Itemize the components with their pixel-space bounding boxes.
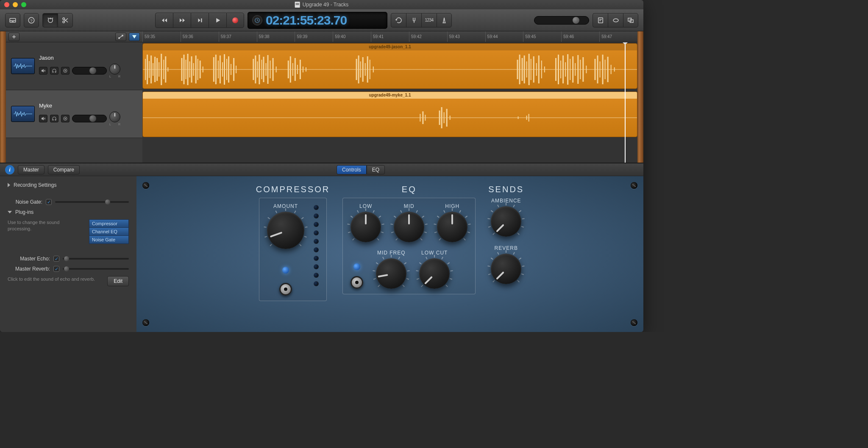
compare-button[interactable]: Compare xyxy=(48,165,80,174)
playhead-catch-icon xyxy=(131,34,137,39)
track-pan-knob[interactable] xyxy=(109,64,120,75)
note-icon xyxy=(597,17,604,24)
smart-controls-button[interactable] xyxy=(42,13,58,28)
svg-rect-55 xyxy=(255,55,256,83)
screw-icon xyxy=(631,182,637,189)
eq-mid-knob[interactable] xyxy=(394,212,424,242)
noise-gate-checkbox[interactable]: ✓ xyxy=(46,199,52,205)
metronome-button[interactable] xyxy=(437,13,452,28)
eq-high-knob[interactable] xyxy=(437,212,467,242)
eq-led xyxy=(353,263,360,270)
input-monitor-button[interactable] xyxy=(61,67,70,75)
recording-settings-disclosure[interactable]: Recording Settings xyxy=(8,182,129,188)
svg-rect-78 xyxy=(367,56,368,83)
eq-low-knob[interactable] xyxy=(351,212,381,242)
track-header-jason[interactable]: Jason LR xyxy=(6,42,142,90)
ambience-knob[interactable] xyxy=(491,206,521,237)
master-echo-checkbox[interactable]: ✓ xyxy=(53,256,59,262)
svg-rect-90 xyxy=(538,55,540,83)
tab-eq[interactable]: EQ xyxy=(367,165,385,174)
lcd-display[interactable]: 02:21:55:23.70 xyxy=(248,12,387,29)
automation-view-button[interactable] xyxy=(115,33,126,41)
svg-rect-27 xyxy=(159,62,159,77)
input-monitor-button[interactable] xyxy=(61,115,70,122)
timeline[interactable]: 59:3559:3659:3759:3859:3959:4059:4159:42… xyxy=(142,31,637,163)
add-track-button[interactable]: ＋ xyxy=(8,33,19,41)
inspector-toggle-button[interactable]: i xyxy=(5,165,14,174)
eq-midfreq-knob[interactable] xyxy=(376,258,406,289)
notepad-button[interactable] xyxy=(593,13,608,28)
track-pan-knob[interactable] xyxy=(109,111,120,122)
lcd-time[interactable]: 02:21:55:23.70 xyxy=(266,13,347,28)
svg-rect-67 xyxy=(292,63,293,76)
rewind-button[interactable] xyxy=(155,13,173,28)
svg-rect-104 xyxy=(582,57,584,82)
solo-button[interactable] xyxy=(50,67,58,75)
svg-rect-77 xyxy=(365,63,366,76)
plugin-channel-eq[interactable]: Channel EQ xyxy=(89,228,128,236)
svg-rect-106 xyxy=(594,59,595,80)
lcd-mode-button[interactable] xyxy=(252,15,262,25)
mute-button[interactable] xyxy=(39,115,47,122)
quick-help-button[interactable]: ? xyxy=(24,13,39,28)
ruler-tick: 59:38 xyxy=(257,31,295,42)
go-to-end-button[interactable] xyxy=(191,13,209,28)
master-volume-slider[interactable] xyxy=(534,16,589,25)
catch-playhead-button[interactable] xyxy=(129,33,140,41)
compressor-amount-knob[interactable]: .knob-body::after{transform:translateX(-… xyxy=(267,212,304,249)
app-window: Upgrade 49 - Tracks ? 02:21:55:23.70 123… xyxy=(0,0,643,332)
ruler-tick: 59:44 xyxy=(485,31,523,42)
svg-rect-40 xyxy=(198,59,198,80)
ruler-tick: 59:46 xyxy=(561,31,599,42)
region-myke[interactable]: upgrade49-myke_1.1 xyxy=(142,91,637,137)
media-browser-button[interactable] xyxy=(623,13,638,28)
forward-button[interactable] xyxy=(173,13,191,28)
track-volume-slider[interactable] xyxy=(72,67,107,75)
time-ruler[interactable]: 59:3559:3659:3759:3859:3959:4059:4159:42… xyxy=(142,31,637,42)
master-echo-slider[interactable] xyxy=(63,258,129,260)
ruler-tick: 59:40 xyxy=(333,31,371,42)
close-window-button[interactable] xyxy=(4,2,9,7)
tuner-button[interactable] xyxy=(406,13,421,28)
loops-button[interactable] xyxy=(608,13,623,28)
track-header-myke[interactable]: Myke LR xyxy=(6,90,142,138)
track-volume-slider[interactable] xyxy=(72,115,107,122)
record-button[interactable] xyxy=(226,13,244,28)
svg-rect-46 xyxy=(220,55,221,83)
play-button[interactable] xyxy=(209,13,226,28)
master-reverb-checkbox[interactable]: ✓ xyxy=(53,266,59,272)
reverb-knob[interactable] xyxy=(491,254,521,284)
regions-area[interactable]: upgrade49-jason_1.1 xyxy=(142,42,637,163)
plugins-disclosure[interactable]: Plug-ins xyxy=(8,209,129,215)
tab-controls[interactable]: Controls xyxy=(337,165,367,174)
svg-rect-45 xyxy=(218,61,219,78)
master-reverb-slider[interactable] xyxy=(63,268,129,270)
solo-button[interactable] xyxy=(50,115,58,122)
zoom-window-button[interactable] xyxy=(21,2,26,7)
ruler-tick: 59:39 xyxy=(295,31,333,42)
mute-button[interactable] xyxy=(39,67,47,75)
count-in-button[interactable]: 1234 xyxy=(421,13,437,28)
noise-gate-slider[interactable] xyxy=(55,201,129,203)
edit-button[interactable]: Edit xyxy=(107,276,129,286)
minimize-window-button[interactable] xyxy=(13,2,18,7)
editors-button[interactable] xyxy=(58,13,73,28)
svg-rect-49 xyxy=(226,59,227,80)
svg-rect-99 xyxy=(570,59,570,80)
smart-controls-panel: i Master Compare Controls EQ Recording S… xyxy=(0,163,643,332)
plugin-compressor[interactable]: Compressor xyxy=(89,220,128,228)
eq-module: EQ LOW MID HIGH MID FREQ xyxy=(342,185,476,294)
master-button[interactable]: Master xyxy=(18,165,45,174)
library-button[interactable] xyxy=(5,13,20,28)
question-icon: ? xyxy=(28,17,35,24)
plugin-list: Compressor Channel EQ Noise Gate xyxy=(89,219,129,244)
input-icon xyxy=(63,68,68,73)
headphones-icon xyxy=(52,68,57,73)
svg-rect-81 xyxy=(517,60,518,79)
region-jason[interactable]: upgrade49-jason_1.1 xyxy=(142,43,637,89)
eq-lowcut-knob[interactable] xyxy=(419,258,450,289)
cycle-button[interactable] xyxy=(391,13,406,28)
plugin-noise-gate[interactable]: Noise Gate xyxy=(89,236,128,243)
svg-rect-34 xyxy=(186,60,186,79)
track-header-toolbar: ＋ xyxy=(6,31,142,42)
